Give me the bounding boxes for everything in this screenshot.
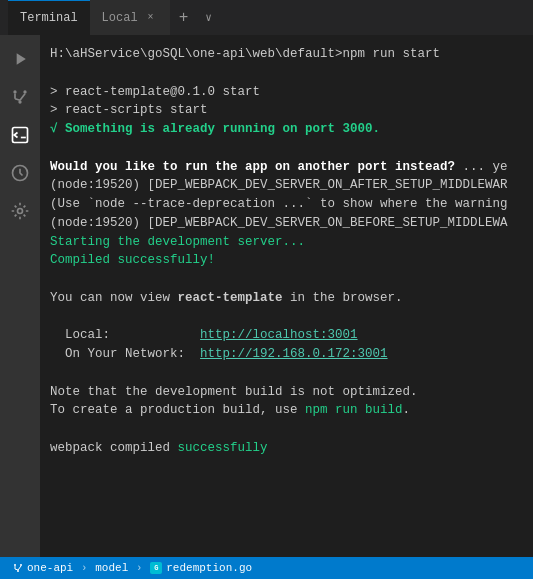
file-name: redemption.go [166, 562, 252, 574]
status-file[interactable]: G redemption.go [146, 557, 256, 579]
tab-terminal-label: Terminal [20, 11, 78, 25]
status-bar: one-api › model › G redemption.go [0, 557, 533, 579]
run-icon[interactable] [4, 43, 36, 75]
breadcrumb-sep2: › [136, 563, 142, 574]
terminal-line-blank4 [50, 308, 523, 327]
status-branch[interactable]: one-api [8, 557, 77, 579]
svg-point-9 [18, 209, 23, 214]
terminal-line-local: Local: http://localhost:3001 [50, 326, 523, 345]
terminal-line-react1: > react-template@0.1.0 start [50, 83, 523, 102]
git-branch-icon [12, 562, 24, 574]
git-icon[interactable] [4, 81, 36, 113]
settings-icon[interactable] [4, 195, 36, 227]
terminal-line-webpack: webpack compiled successfully [50, 439, 523, 458]
terminal-line-node2: (node:19520) [DEP_WEBPACK_DEV_SERVER_ON_… [50, 214, 523, 233]
terminal-content[interactable]: H:\aHService\goSQL\one-api\web\default>n… [40, 35, 533, 557]
terminal-line-blank5 [50, 364, 523, 383]
svg-line-4 [15, 99, 20, 101]
model-name: model [95, 562, 128, 574]
tab-terminal[interactable]: Terminal [8, 0, 90, 35]
tab-close-icon[interactable]: × [144, 11, 158, 25]
breadcrumb-sep1: › [81, 563, 87, 574]
activity-bar [0, 35, 40, 557]
svg-point-12 [17, 570, 19, 572]
main-area: H:\aHService\goSQL\one-api\web\default>n… [0, 35, 533, 557]
terminal-panel-icon[interactable] [4, 119, 36, 151]
terminal-line-cmd: H:\aHService\goSQL\one-api\web\default>n… [50, 45, 523, 64]
svg-point-10 [14, 564, 16, 566]
terminal-line-node1: (node:19520) [DEP_WEBPACK_DEV_SERVER_ON_… [50, 176, 523, 195]
terminal-line-would: Would you like to run the app on another… [50, 158, 523, 177]
tab-bar: Terminal Local × + ∨ [0, 0, 533, 35]
terminal-line-note: Note that the development build is not o… [50, 383, 523, 402]
terminal-line-starting: Starting the development server... [50, 233, 523, 252]
terminal-line-create: To create a production build, use npm ru… [50, 401, 523, 420]
file-type-icon: G [150, 562, 162, 574]
terminal-line-already: √ Something is already running on port 3… [50, 120, 523, 139]
clock-icon[interactable] [4, 157, 36, 189]
svg-point-11 [20, 564, 22, 566]
svg-point-2 [18, 100, 21, 103]
terminal-line-blank2 [50, 139, 523, 158]
tab-add-button[interactable]: + [170, 4, 198, 32]
terminal-line-view: You can now view react-template in the b… [50, 289, 523, 308]
svg-line-14 [15, 569, 18, 570]
terminal-line-compiled: Compiled successfully! [50, 251, 523, 270]
tab-local-label: Local [102, 11, 138, 25]
branch-name: one-api [27, 562, 73, 574]
terminal-line-blank6 [50, 420, 523, 439]
terminal-line-network: On Your Network: http://192.168.0.172:30… [50, 345, 523, 364]
status-model[interactable]: model [91, 557, 132, 579]
terminal-line-react2: > react-scripts start [50, 101, 523, 120]
tab-local[interactable]: Local × [90, 0, 170, 35]
terminal-line-use: (Use `node --trace-deprecation ...` to s… [50, 195, 523, 214]
svg-point-1 [23, 90, 26, 93]
terminal-line-blank3 [50, 270, 523, 289]
tab-chevron-icon[interactable]: ∨ [198, 7, 220, 29]
svg-line-5 [20, 94, 25, 101]
svg-point-0 [13, 90, 16, 93]
svg-line-15 [18, 566, 21, 570]
terminal-line-blank1 [50, 64, 523, 83]
